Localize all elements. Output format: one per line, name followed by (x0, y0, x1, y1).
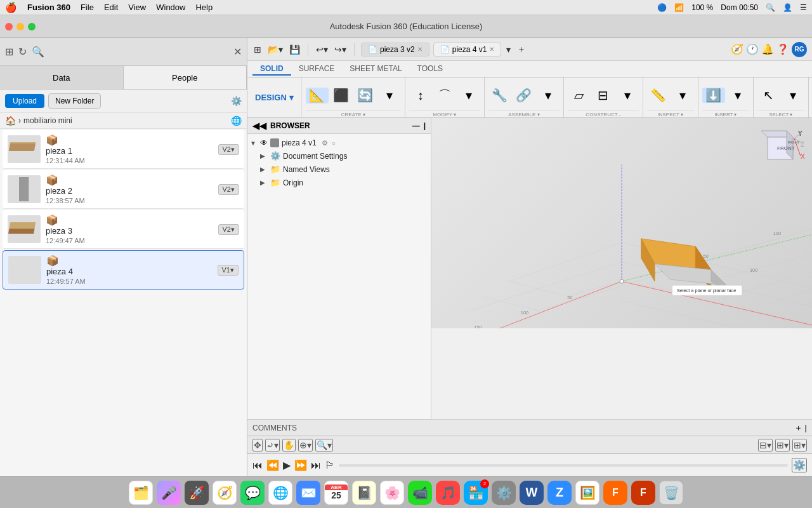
dock-icon-preview[interactable]: 🖼️ (575, 481, 599, 505)
move-tool-button[interactable]: ✥ (252, 439, 263, 451)
tab-tools[interactable]: TOOLS (410, 63, 450, 76)
list-item[interactable]: 📦 pieza 2 12:38:57 AM V2▾ (3, 170, 244, 209)
undo-button[interactable]: ↩▾ (315, 43, 329, 56)
globe-button[interactable]: 🌐 (231, 116, 242, 126)
tree-item-origin[interactable]: ▶ 📁 Origin (247, 176, 431, 189)
tab-sheet-metal[interactable]: SHEET METAL (342, 63, 409, 76)
doc-tab-close[interactable]: ✕ (417, 46, 422, 53)
dock-icon-word[interactable]: W (520, 481, 544, 505)
version-badge[interactable]: V2▾ (218, 144, 239, 155)
minimize-button[interactable] (16, 23, 24, 30)
play-button[interactable]: ▶ (283, 459, 291, 471)
app-name[interactable]: Fusion 360 (27, 3, 70, 12)
history-button[interactable]: 🕐 (746, 43, 759, 55)
dock-icon-fusion360-3[interactable]: F (631, 481, 655, 505)
extrude-button[interactable]: ⬛ (330, 88, 353, 104)
pan-button[interactable]: ✋ (282, 439, 296, 451)
apple-menu[interactable]: 🍎 (5, 2, 17, 13)
collapse-button[interactable]: ◀◀ (252, 121, 266, 131)
dock-icon-music[interactable]: 🎵 (436, 481, 460, 505)
revolve-button[interactable]: 🔄 (354, 88, 377, 103)
dock-icon-photos[interactable]: 🌸 (380, 481, 404, 505)
dock-icon-whatsapp[interactable]: 💬 (240, 481, 265, 505)
joint-button[interactable]: 🔗 (513, 88, 535, 103)
more-construct-button[interactable]: ▾ (616, 88, 639, 103)
next-frame-button[interactable]: ⏩ (294, 459, 307, 471)
offset-plane-button[interactable]: ▱ (568, 88, 591, 103)
redo-button[interactable]: ↪▾ (333, 43, 348, 56)
view-cube[interactable]: FRONT RIGHT Y Z X (755, 124, 806, 175)
dock-icon-calendar[interactable]: ABR 25 (324, 481, 348, 505)
list-item[interactable]: 📦 pieza 3 12:49:47 AM V2▾ (3, 210, 244, 249)
notifications-icon[interactable]: ☰ (800, 3, 807, 12)
doc-tab-pieza4[interactable]: 📄 pieza 4 v1 ✕ (433, 43, 502, 57)
dock-icon-zoom[interactable]: Z (547, 481, 572, 505)
more-inspect-button[interactable]: ▾ (671, 88, 694, 103)
search-icon[interactable]: 🔍 (32, 46, 44, 58)
tab-data[interactable]: Data (0, 66, 124, 89)
dock-icon-mail[interactable]: ✉️ (296, 481, 320, 505)
refresh-icon[interactable]: ↻ (18, 46, 27, 58)
create-sketch-button[interactable]: 📐 (306, 88, 329, 104)
user-avatar[interactable]: RG (792, 42, 807, 57)
press-pull-button[interactable]: ↕️ (409, 88, 432, 103)
display-settings-button[interactable]: ⊟▾ (758, 439, 773, 451)
menu-view[interactable]: View (128, 3, 146, 12)
settings-icon-root[interactable]: ⚙ (322, 139, 328, 147)
tab-people[interactable]: People (124, 66, 247, 89)
menu-window[interactable]: Window (156, 3, 185, 12)
animation-settings-button[interactable]: ⚙️ (792, 458, 807, 472)
compass-button[interactable]: 🧭 (731, 43, 743, 55)
home-icon[interactable]: 🏠 (5, 116, 16, 126)
more-assemble-button[interactable]: ▾ (537, 88, 560, 103)
design-dropdown-button[interactable]: DESIGN ▾ (247, 77, 302, 117)
close-icon[interactable]: ✕ (233, 46, 242, 58)
filter-button[interactable]: 🏳 (325, 460, 335, 471)
tree-item-named-views[interactable]: ▶ 📁 Named Views (247, 163, 431, 176)
menu-edit[interactable]: Edit (104, 3, 118, 12)
save-button[interactable]: 💾 (288, 43, 301, 56)
fillet-button[interactable]: ⌒ (433, 88, 456, 103)
new-tab-button[interactable]: ＋ (516, 43, 527, 57)
prev-frame-button[interactable]: ⏪ (266, 459, 279, 471)
dock-icon-siri[interactable]: 🎤 (157, 481, 181, 505)
fit-button[interactable]: 🔍▾ (315, 439, 333, 451)
menu-file[interactable]: File (81, 3, 94, 12)
browser-menu-icon[interactable]: — (412, 121, 420, 130)
dock-icon-safari[interactable]: 🧭 (213, 481, 237, 505)
visual-style-button[interactable]: ⊞▾ (792, 439, 807, 451)
canvas-area[interactable]: 50 100 150 50 100 150 50 100 150 (431, 118, 812, 419)
version-badge[interactable]: V1▾ (218, 265, 239, 276)
eye-icon[interactable]: 👁 (260, 138, 268, 147)
dock-icon-notes[interactable]: 📓 (352, 481, 376, 505)
grid-settings-button[interactable]: ⊞▾ (775, 439, 790, 451)
dock-icon-fusion360-2[interactable]: F (603, 481, 627, 505)
settings-gear-button[interactable]: ⚙️ (231, 96, 242, 106)
more-modify-button[interactable]: ▾ (457, 88, 480, 103)
tab-surface[interactable]: SURFACE (291, 63, 343, 76)
dock-icon-launchpad[interactable]: 🚀 (185, 481, 209, 505)
info-icon-root[interactable]: ○ (332, 140, 336, 147)
notification-button[interactable]: 🔔 (761, 43, 774, 55)
list-item[interactable]: 📦 pieza 4 12:49:57 AM V1▾ (3, 250, 244, 290)
skip-start-button[interactable]: ⏮ (252, 460, 263, 471)
midplane-button[interactable]: ⊟ (592, 88, 615, 103)
open-file-button[interactable]: 📂▾ (266, 43, 284, 56)
dock-icon-finder[interactable]: 🗂️ (129, 481, 153, 505)
select-button[interactable]: ↖ (757, 88, 780, 103)
timeline[interactable] (339, 464, 788, 467)
tab-solid[interactable]: SOLID (252, 63, 291, 76)
user-icon[interactable]: 👤 (783, 3, 792, 12)
grid-icon[interactable]: ⊞ (5, 46, 13, 58)
insert-button[interactable]: ⬇️ (702, 88, 725, 103)
grid-view-button[interactable]: ⊞ (252, 43, 263, 56)
dock-icon-chrome[interactable]: 🌐 (268, 481, 292, 505)
menu-help[interactable]: Help (195, 3, 213, 12)
breadcrumb-folder[interactable]: mobiliario mini (23, 116, 72, 125)
skip-end-button[interactable]: ⏭ (311, 460, 321, 471)
maximize-button[interactable] (28, 23, 36, 30)
dock-icon-trash[interactable]: 🗑️ (659, 481, 683, 505)
dock-icon-syspreferences[interactable]: ⚙️ (492, 481, 516, 505)
more-insert-button[interactable]: ▾ (726, 88, 749, 103)
doc-tab-pieza3[interactable]: 📄 pieza 3 v2 ✕ (361, 43, 429, 57)
